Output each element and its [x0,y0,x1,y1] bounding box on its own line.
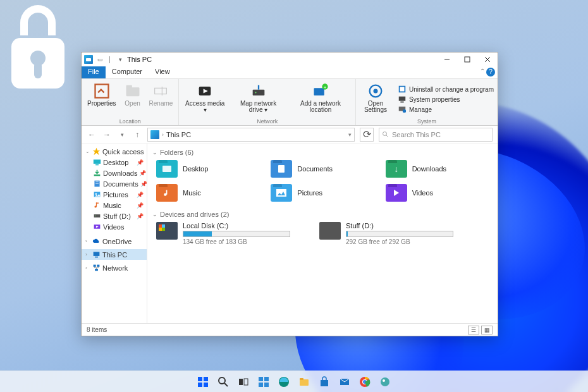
window-app-icon [84,55,93,64]
taskbar-widgets-button[interactable] [255,374,272,390]
svg-rect-46 [95,257,98,258]
pc-icon [92,250,101,259]
ribbon-group-location: Properties Open Rename Location [82,79,179,125]
taskbar-edge-icon[interactable] [276,374,292,390]
sidebar-item-videos[interactable]: Videos [82,221,147,232]
help-icon[interactable]: ? [486,68,495,77]
ribbon-uninstall-link[interactable]: Uninstall or change a program [398,85,494,94]
sidebar-item-pictures[interactable]: Pictures📌 [82,189,147,200]
breadcrumb-dropdown-icon[interactable]: ▾ [348,132,352,138]
sidebar-item-stuff-drive[interactable]: Stuff (D:)📌 [82,211,147,221]
folder-videos[interactable]: Videos [386,184,495,202]
svg-rect-24 [400,102,403,103]
cloud-icon [92,237,101,245]
taskbar-search-button[interactable] [215,374,231,390]
map-drive-icon [250,82,267,100]
manage-icon [398,105,407,114]
svg-point-26 [403,109,406,113]
qat-folder-icon[interactable]: ▭ [95,55,104,64]
ribbon-open-button[interactable]: Open [122,81,144,118]
svg-rect-9 [126,85,132,89]
nav-forward-button[interactable]: → [102,130,112,140]
start-button[interactable] [195,374,211,390]
qat-props-icon[interactable]: │ [106,55,114,64]
svg-rect-68 [321,380,328,386]
folder-pictures[interactable]: Pictures [271,184,380,202]
nav-recent-dropdown[interactable]: ▾ [117,130,127,140]
svg-rect-14 [252,90,264,95]
sidebar-network[interactable]: ›Network [82,262,147,273]
settings-icon [367,82,384,100]
pin-icon: 📌 [137,202,144,209]
folder-documents[interactable]: Documents [271,160,380,178]
svg-rect-47 [94,265,96,267]
ribbon-properties-button[interactable]: Properties [85,81,118,118]
folder-music[interactable]: Music [156,184,266,202]
svg-rect-66 [300,379,309,386]
tab-view[interactable]: View [149,66,176,78]
svg-rect-31 [95,164,99,166]
ribbon-rename-button[interactable]: Rename [147,81,175,118]
properties-icon [93,82,111,100]
pin-icon: 📌 [137,192,144,198]
drive-local-c[interactable]: Local Disk (C:) 134 GB free of 183 GB [156,222,302,245]
nav-row: ← → ▾ ↑ › This PC ▾ ⟳ Search This PC [82,126,498,144]
taskbar-chrome-icon[interactable] [357,374,373,390]
nav-back-button[interactable]: ← [87,130,97,140]
sidebar-quick-access[interactable]: ⌄ Quick access [82,146,147,157]
ribbon-access-media-button[interactable]: Access media ▾ [183,81,227,118]
svg-rect-49 [95,269,98,271]
taskbar-store-icon[interactable] [316,374,333,390]
folder-downloads[interactable]: ↓Downloads [386,160,495,178]
downloads-folder-icon: ↓ [386,160,407,178]
svg-point-74 [383,379,385,382]
taskbar-taskview-button[interactable] [235,374,252,390]
document-icon [93,180,101,188]
svg-rect-2 [34,62,42,78]
open-icon [124,82,142,100]
address-bar[interactable]: › This PC ▾ [147,128,355,142]
ribbon-open-settings-button[interactable]: Open Settings [360,81,391,118]
drive-stuff-d[interactable]: Stuff (D:) 292 GB free of 292 GB [319,222,465,245]
svg-rect-54 [204,377,208,381]
tab-file[interactable]: File [82,66,106,78]
sidebar-item-music[interactable]: Music📌 [82,200,147,211]
search-input[interactable]: Search This PC [379,128,493,142]
taskbar-explorer-icon[interactable] [296,374,312,390]
sidebar-this-pc[interactable]: ›This PC [82,249,147,260]
svg-rect-55 [198,383,202,387]
sidebar-item-desktop[interactable]: Desktop📌 [82,157,147,168]
svg-text:+: + [324,85,326,90]
chevron-right-icon: › [85,265,90,271]
ribbon-manage-link[interactable]: Manage [398,105,494,114]
close-button[interactable] [477,52,498,66]
video-icon [93,223,101,231]
videos-folder-icon [386,184,407,202]
folders-section-header[interactable]: ⌄ Folders (6) [152,146,495,159]
taskbar-app-icon[interactable] [377,374,393,390]
svg-line-58 [224,383,228,386]
ribbon-sysprops-link[interactable]: System properties [398,95,494,104]
svg-rect-59 [239,379,243,385]
view-details-button[interactable]: ☰ [468,326,479,334]
tab-computer[interactable]: Computer [106,66,149,78]
ribbon-map-drive-button[interactable]: Map network drive ▾ [231,81,286,118]
nav-up-button[interactable]: ↑ [132,130,142,140]
sidebar-item-documents[interactable]: Documents📌 [82,178,147,189]
taskbar-mail-icon[interactable] [336,374,353,390]
pin-icon: 📌 [140,181,147,187]
status-item-count: 8 items [87,326,107,333]
minimize-button[interactable] [437,52,457,66]
ribbon-add-location-button[interactable]: + Add a network location [290,81,352,118]
drives-section-header[interactable]: ⌄ Devices and drives (2) [152,208,495,221]
sidebar-item-downloads[interactable]: Downloads📌 [82,168,147,178]
svg-rect-40 [96,202,99,204]
ribbon-collapse-icon[interactable]: ⌃ [480,68,485,75]
maximize-button[interactable] [457,52,477,66]
sidebar-onedrive[interactable]: ›OneDrive [82,236,147,247]
view-icons-button[interactable]: ▦ [481,326,493,334]
svg-rect-45 [94,252,100,256]
qat-dropdown-icon[interactable]: ▾ [116,55,125,64]
refresh-button[interactable]: ⟳ [360,128,374,142]
folder-desktop[interactable]: Desktop [156,160,266,178]
